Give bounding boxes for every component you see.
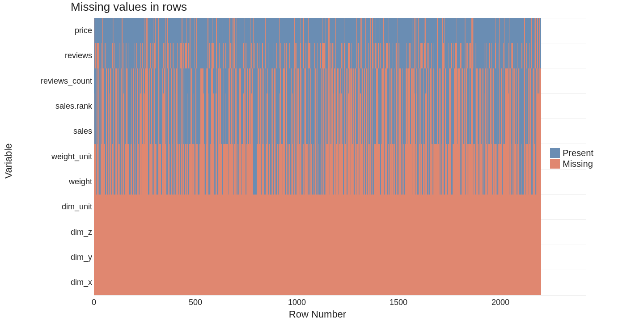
y-tick-label: sales: [73, 127, 92, 136]
legend-label: Present: [563, 148, 593, 158]
heatmap-row: [94, 195, 541, 220]
y-tick-label: weight: [69, 177, 92, 186]
y-axis-label: Variable: [3, 143, 14, 178]
heatmap-row: [94, 245, 541, 270]
chart-title: Missing values in rows: [71, 0, 187, 14]
legend-item-present: Present: [550, 148, 593, 158]
heatmap-row: [94, 144, 541, 169]
legend-swatch-missing: [550, 159, 560, 169]
y-tick-label: weight_unit: [51, 152, 92, 161]
plot-area: [94, 18, 541, 295]
heatmap-row: [94, 220, 541, 245]
x-tick-label: 1500: [390, 298, 407, 307]
y-tick-label: dim_z: [71, 228, 92, 237]
legend-label: Missing: [563, 158, 593, 169]
heatmap-row: [94, 43, 541, 68]
x-tick-label: 2000: [491, 298, 509, 307]
y-tick-label: dim_y: [71, 253, 92, 262]
y-tick-label: price: [75, 26, 92, 35]
x-tick-label: 1000: [288, 298, 306, 307]
y-tick-label: dim_unit: [62, 202, 92, 212]
heatmap-rows: [94, 18, 541, 295]
x-axis-label: Row Number: [289, 309, 346, 320]
y-tick-label: dim_x: [71, 278, 92, 287]
heatmap-row: [94, 93, 541, 119]
x-tick-label: 0: [92, 298, 96, 307]
y-tick-label: reviews: [65, 51, 92, 60]
legend-item-missing: Missing: [550, 158, 593, 169]
y-tick-label: reviews_count: [41, 76, 92, 86]
heatmap-row: [94, 18, 541, 43]
y-tick-label: sales.rank: [55, 102, 92, 111]
figure: Missing values in rows Variable Row Numb…: [0, 0, 644, 322]
heatmap-row: [94, 68, 541, 93]
heatmap-row: [94, 270, 541, 295]
x-tick-label: 500: [189, 298, 202, 307]
heatmap-row: [94, 169, 541, 194]
legend-swatch-present: [550, 148, 560, 158]
heatmap-row: [94, 119, 541, 144]
legend: Present Missing: [550, 148, 593, 169]
